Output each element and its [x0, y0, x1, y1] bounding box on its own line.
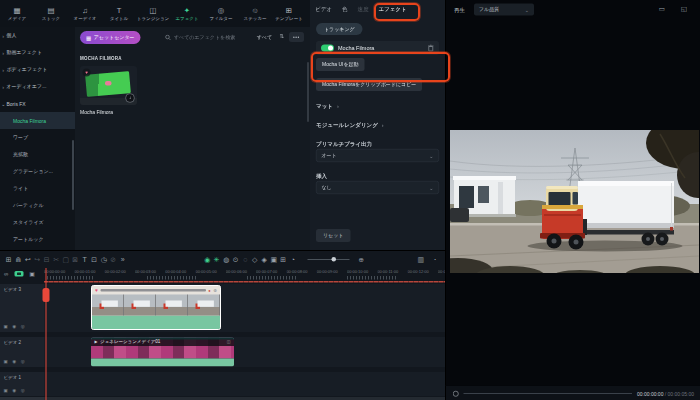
module-rendering-section[interactable]: モジュールレンダリング › [316, 121, 384, 129]
track-lane-video1[interactable] [44, 372, 445, 396]
playhead-handle[interactable] [43, 288, 50, 302]
timeline-ruler[interactable]: ∞ ▣ 00:00:00:0000:00:01:0000:00:02:0000:… [0, 268, 445, 283]
sidebar-item-personal[interactable]: ›個人 [0, 27, 75, 44]
launch-mocha-ui-button[interactable]: Mocha UIを起動 [316, 58, 365, 71]
auto-ripple-toggle[interactable] [14, 271, 23, 277]
topnav-item-media[interactable]: ▦メディア [0, 6, 34, 22]
redo-icon[interactable]: ↪ [33, 256, 43, 264]
link-clips-icon[interactable]: ∞ [4, 270, 8, 277]
hide-icon[interactable]: ◎ [21, 359, 25, 364]
export-clip-icon[interactable]: ⊞ [279, 256, 289, 264]
topnav-label: エフェクト [175, 15, 198, 22]
sidebar-item-body-effects[interactable]: ›ボディエフェクト [0, 61, 75, 78]
undo-icon[interactable]: ↩ [23, 256, 33, 264]
text-icon[interactable]: T [80, 256, 90, 264]
effects-search-input[interactable]: すべてのエフェクトを検索 [165, 32, 235, 43]
snapshot-icon[interactable]: ▣ [269, 256, 279, 264]
render-preview-icon[interactable]: ◔ [288, 256, 298, 264]
zoom-to-fit-icon[interactable]: ⊕ [359, 256, 364, 264]
voiceover-icon[interactable]: ◍ [222, 256, 232, 264]
fullscreen-icon[interactable]: ◱ [681, 5, 687, 13]
sidebar-item-art-look[interactable]: アートルック [0, 231, 75, 248]
trash-icon[interactable] [428, 45, 435, 52]
seek-track[interactable] [464, 393, 633, 394]
lock-icon[interactable]: ▣ [4, 359, 8, 364]
mask-icon[interactable]: ◇ [250, 256, 260, 264]
browser-scrollbar[interactable] [307, 62, 309, 122]
tab-speed[interactable]: 速度 [357, 5, 368, 13]
motion-tracking-icon[interactable]: ◉ [203, 256, 213, 264]
sidebar-item-video-effects[interactable]: ›動画エフェクト [0, 44, 75, 61]
filter-all-dropdown[interactable]: すべて [257, 34, 272, 41]
tracking-tab[interactable]: トラッキング [316, 23, 363, 35]
seek-handle[interactable] [453, 391, 459, 397]
hide-icon[interactable]: ◎ [21, 324, 25, 329]
delete-icon[interactable]: ⊟ [42, 256, 52, 264]
topnav-item-filter[interactable]: ◎フィルター [204, 6, 238, 22]
sidebar-item-light[interactable]: ライト [0, 180, 75, 197]
track-lane-video3[interactable]: ♥ ● ⊕ [44, 284, 445, 332]
topnav-item-title[interactable]: Tタイトル [102, 6, 136, 22]
sidebar-item-warp[interactable]: ワープ [0, 129, 75, 146]
sidebar-item-boris-fx[interactable]: ⌄Boris FX [0, 95, 75, 112]
mocha-filmora-card[interactable]: ♥ ↓ [80, 66, 137, 105]
keyframing-icon[interactable]: ✳ [212, 256, 222, 264]
more-tools-icon[interactable]: » [118, 256, 128, 264]
sidebar-item-stylize[interactable]: スタイライズ [0, 214, 75, 231]
crop-icon[interactable]: ▢ [61, 256, 71, 264]
download-icon[interactable]: ↓ [126, 94, 135, 103]
crop-pan-icon[interactable]: ⊡ [90, 256, 100, 264]
sidebar-item-mocha-filmora[interactable]: Mocha Filmora [0, 112, 75, 129]
detach-icon[interactable]: ⊠ [71, 256, 81, 264]
matte-section[interactable]: マット › [316, 102, 339, 110]
snap-icon[interactable]: ⋒ [14, 256, 24, 264]
manage-tracks-icon[interactable]: ⊞ [4, 256, 14, 264]
keyframe-lock-icon[interactable]: ▣ [29, 270, 35, 277]
zoom-slider-knob[interactable] [332, 257, 337, 262]
sort-icon[interactable]: ⇅ [279, 33, 284, 40]
mute-icon[interactable]: ◉ [12, 324, 16, 329]
track-lane-video2[interactable]: ▶ ジェネレーションメディア01 ◫ [44, 337, 445, 367]
favorite-heart-icon[interactable]: ♥ [83, 69, 91, 77]
quality-select[interactable]: フル品質 ⌄ [474, 4, 534, 16]
avatar-icon[interactable]: ◌ [241, 256, 251, 264]
copy-to-clipboard-button[interactable]: Mocha Filmoraをクリップボードにコピー [316, 78, 422, 91]
tab-color[interactable]: 色 [342, 5, 348, 13]
mute-icon[interactable]: ◉ [12, 359, 16, 364]
speed-icon[interactable]: ◷ [99, 256, 109, 264]
topnav-item-stock[interactable]: ▤ストック [34, 6, 68, 22]
lock-icon[interactable]: ▣ [4, 324, 8, 329]
split-icon[interactable]: ✂ [52, 256, 62, 264]
more-options-button[interactable]: ••• [289, 32, 304, 42]
marker-icon[interactable]: ⊙ [231, 256, 241, 264]
tab-video[interactable]: ビデオ [315, 5, 332, 13]
topnav-item-template[interactable]: ⊞テンプレート [272, 6, 306, 22]
insert-label: 挿入 [316, 172, 327, 180]
topnav-item-transition[interactable]: ◫トランジション [136, 6, 170, 22]
zoom-tool-icon[interactable]: ⊘ [109, 256, 119, 264]
topnav-item-sticker[interactable]: ☺ステッカー [238, 6, 272, 22]
clip-generation-media[interactable]: ▶ ジェネレーションメディア01 ◫ [91, 338, 234, 367]
premultiply-select[interactable]: オート ⌄ [316, 149, 439, 162]
sidebar-item-audio-effects[interactable]: ›オーディオエフ... [0, 78, 75, 95]
sidebar-scrollbar[interactable] [72, 140, 74, 210]
sidebar-item-light-diffusion[interactable]: 光拡散 [0, 146, 75, 163]
effect-enable-toggle[interactable] [321, 45, 334, 52]
tab-effect[interactable]: エフェクト [378, 5, 406, 13]
lock-icon[interactable]: ▣ [4, 388, 8, 393]
asset-center-button[interactable]: ▦ アセットセンター [80, 31, 141, 44]
timeline-zoom-slider[interactable] [308, 259, 350, 260]
hide-icon[interactable]: ◎ [21, 388, 25, 393]
reset-button[interactable]: リセット [316, 229, 350, 242]
topnav-item-audio[interactable]: ♫オーディオ [68, 6, 102, 22]
sidebar-item-gradation[interactable]: グラデーション... [0, 163, 75, 180]
insert-select[interactable]: なし ⌄ [316, 181, 439, 194]
mute-icon[interactable]: ◉ [12, 388, 16, 393]
topnav-item-effect[interactable]: ✦エフェクト [170, 6, 204, 22]
sidebar-item-particle[interactable]: パーティクル [0, 197, 75, 214]
premultiply-label: プリマルチプライ出力 [316, 140, 372, 148]
keyframe-add-icon[interactable]: ◈ [260, 256, 270, 264]
track-list-icon[interactable]: ▥ [416, 256, 426, 264]
display-mode-icon[interactable]: ▭ [659, 5, 665, 13]
clip-truck-video[interactable]: ♥ ● ⊕ [91, 285, 221, 330]
